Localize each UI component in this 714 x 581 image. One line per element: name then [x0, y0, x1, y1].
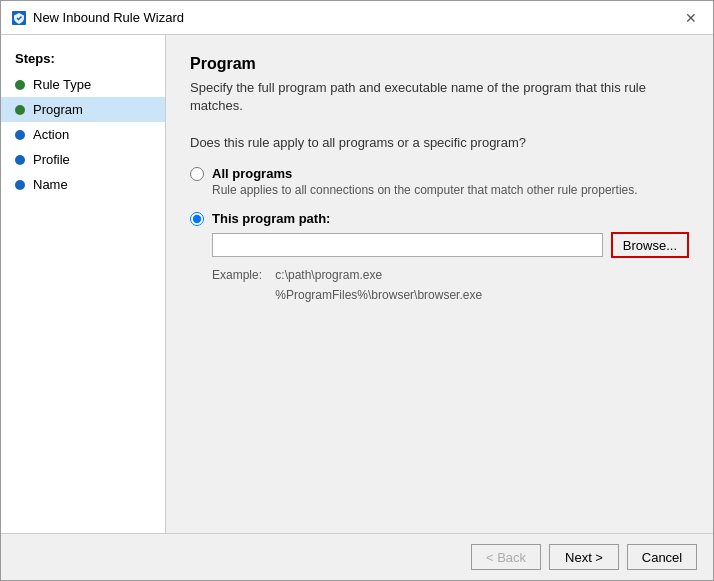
example-label: Example:	[212, 266, 272, 285]
dot-icon-rule-type	[15, 80, 25, 90]
footer: < Back Next > Cancel	[1, 533, 713, 580]
sidebar-label-name: Name	[33, 177, 68, 192]
example-line2: %ProgramFiles%\browser\browser.exe	[275, 288, 482, 302]
this-program-option: This program path: Browse... Example: c:…	[190, 211, 689, 304]
sidebar-label-profile: Profile	[33, 152, 70, 167]
dot-icon-program	[15, 105, 25, 115]
cancel-button[interactable]: Cancel	[627, 544, 697, 570]
radio-group: All programs Rule applies to all connect…	[190, 166, 689, 304]
sidebar-label-program: Program	[33, 102, 83, 117]
sidebar-header: Steps:	[1, 45, 165, 72]
next-button[interactable]: Next >	[549, 544, 619, 570]
sidebar-item-action[interactable]: Action	[1, 122, 165, 147]
sidebar-item-name[interactable]: Name	[1, 172, 165, 197]
content-area: Steps: Rule Type Program Action Profile …	[1, 35, 713, 533]
question-text: Does this rule apply to all programs or …	[190, 135, 689, 150]
browse-button[interactable]: Browse...	[611, 232, 689, 258]
dot-icon-name	[15, 180, 25, 190]
dot-icon-action	[15, 130, 25, 140]
example-text: Example: c:\path\program.exe %ProgramFil…	[212, 266, 689, 304]
this-program-label[interactable]: This program path:	[212, 211, 330, 226]
dot-icon-profile	[15, 155, 25, 165]
sidebar-label-rule-type: Rule Type	[33, 77, 91, 92]
this-program-radio[interactable]	[190, 212, 204, 226]
page-title: Program	[190, 55, 689, 73]
sidebar: Steps: Rule Type Program Action Profile …	[1, 35, 166, 533]
title-bar-left: New Inbound Rule Wizard	[11, 10, 184, 26]
all-programs-option: All programs Rule applies to all connect…	[190, 166, 689, 197]
main-panel: Program Specify the full program path an…	[166, 35, 713, 533]
page-description: Specify the full program path and execut…	[190, 79, 689, 115]
sidebar-label-action: Action	[33, 127, 69, 142]
sidebar-item-profile[interactable]: Profile	[1, 147, 165, 172]
title-bar: New Inbound Rule Wizard ✕	[1, 1, 713, 35]
sidebar-item-program[interactable]: Program	[1, 97, 165, 122]
example-line1: c:\path\program.exe	[275, 268, 382, 282]
all-programs-row: All programs	[190, 166, 689, 181]
all-programs-radio[interactable]	[190, 167, 204, 181]
close-button[interactable]: ✕	[679, 6, 703, 30]
this-program-row: This program path:	[190, 211, 689, 226]
sidebar-item-rule-type[interactable]: Rule Type	[1, 72, 165, 97]
title-text: New Inbound Rule Wizard	[33, 10, 184, 25]
all-programs-sublabel: Rule applies to all connections on the c…	[212, 183, 689, 197]
wizard-window: New Inbound Rule Wizard ✕ Steps: Rule Ty…	[0, 0, 714, 581]
program-path-input[interactable]	[212, 233, 603, 257]
back-button[interactable]: < Back	[471, 544, 541, 570]
path-row: Browse...	[212, 232, 689, 258]
all-programs-label[interactable]: All programs	[212, 166, 292, 181]
wizard-icon	[11, 10, 27, 26]
